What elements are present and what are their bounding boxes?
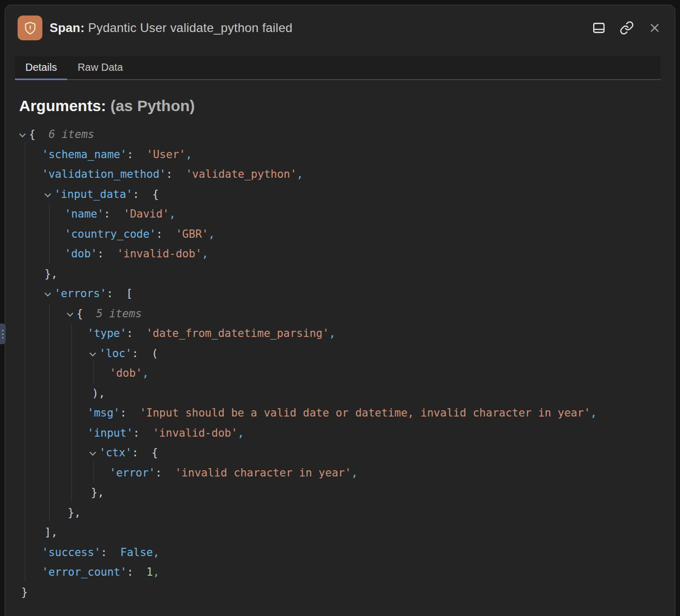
code-token: : xyxy=(127,327,133,340)
code-token: 'loc' xyxy=(99,347,132,360)
code-token: : xyxy=(133,188,140,201)
code-token: }, xyxy=(91,486,104,499)
code-token: }, xyxy=(44,268,57,280)
code-token: : xyxy=(127,148,133,161)
span-badge xyxy=(18,16,42,40)
chevron-down-icon[interactable] xyxy=(44,290,51,297)
code-token: 'GBR' xyxy=(163,228,209,240)
code-token: [ xyxy=(113,287,133,300)
arguments-format-label: (as Python) xyxy=(111,97,195,114)
indent-guide xyxy=(94,361,94,383)
code-line: 'schema_name': 'User', xyxy=(5,145,675,165)
code-token: , xyxy=(208,228,215,240)
code-token: : xyxy=(156,228,163,240)
code-token: 'name' xyxy=(65,208,104,220)
code-token: }, xyxy=(68,506,81,519)
code-token: 'country_code' xyxy=(65,228,156,240)
code-line: }, xyxy=(5,264,675,284)
link-icon[interactable] xyxy=(619,20,635,36)
panel-header: Span: Pydantic User validate_python fail… xyxy=(18,13,662,43)
code-token: 'error_count' xyxy=(42,566,127,578)
span-detail-panel: Span: Pydantic User validate_python fail… xyxy=(5,5,675,616)
code-token: 'errors' xyxy=(54,287,106,300)
code-line: }, xyxy=(5,483,675,503)
code-token: { xyxy=(138,446,158,459)
code-token: 1 xyxy=(133,566,153,578)
code-line: 'country_code': 'GBR', xyxy=(5,224,675,244)
chevron-down-icon[interactable] xyxy=(67,310,73,317)
code-token: : xyxy=(156,467,162,479)
code-token: , xyxy=(153,566,160,578)
code-token: 'validate_python' xyxy=(173,168,297,180)
code-token: 'schema_name' xyxy=(42,148,127,161)
code-token: : xyxy=(104,208,111,220)
code-line: 'errors': [ xyxy=(5,284,675,304)
code-line: 'success': False, xyxy=(5,543,675,563)
code-line: 'ctx': { xyxy=(5,443,675,463)
panel-bottom-icon[interactable] xyxy=(591,20,607,36)
code-token: , xyxy=(169,208,176,220)
tab-bar: DetailsRaw Data xyxy=(15,56,661,80)
code-token: } xyxy=(21,586,28,598)
code-token: 'error' xyxy=(110,467,156,479)
tab-raw-data[interactable]: Raw Data xyxy=(67,56,133,80)
code-token: : xyxy=(120,407,127,419)
panel-title-text: Pydantic User validate_python failed xyxy=(88,21,292,35)
code-token: 'Input should be a valid date or datetim… xyxy=(127,407,591,419)
code-token: , xyxy=(202,248,209,260)
code-token: 'dob' xyxy=(65,248,97,260)
code-line: } xyxy=(5,582,675,603)
code-token: ), xyxy=(92,387,105,399)
code-token: False xyxy=(107,546,153,559)
code-token: { xyxy=(139,188,159,201)
code-line: 'type': 'date_from_datetime_parsing', xyxy=(5,324,675,344)
tab-details[interactable]: Details xyxy=(15,56,67,80)
panel-title-kind: Span: xyxy=(50,21,85,35)
code-token: , xyxy=(142,367,149,379)
code-line: ), xyxy=(5,383,675,404)
chevron-down-icon[interactable] xyxy=(89,449,96,456)
code-line: 'error_count': 1, xyxy=(5,562,675,582)
chevron-down-icon[interactable] xyxy=(89,350,96,357)
code-line: 'dob', xyxy=(5,363,675,383)
code-token: 6 items xyxy=(36,128,95,141)
code-token: 'type' xyxy=(87,327,127,340)
indent-guide xyxy=(25,142,25,581)
code-token: ], xyxy=(44,526,57,538)
header-actions xyxy=(591,20,662,36)
chevron-down-icon[interactable] xyxy=(19,131,26,137)
code-token: : xyxy=(127,566,133,578)
code-token: 'date_from_datetime_parsing' xyxy=(133,327,329,340)
code-line: 'msg': 'Input should be a valid date or … xyxy=(5,403,675,423)
indent-guide xyxy=(71,324,72,502)
code-token: , xyxy=(186,148,192,161)
indent-guide xyxy=(49,304,50,521)
code-token: , xyxy=(238,427,244,439)
code-token: 'msg' xyxy=(87,407,120,419)
code-line: 'validation_method': 'validate_python', xyxy=(5,164,675,184)
code-line: { 5 items xyxy=(5,304,675,324)
indent-guide xyxy=(49,203,50,263)
chevron-down-icon[interactable] xyxy=(44,191,51,197)
code-token: 'ctx' xyxy=(99,446,132,459)
code-token: 'success' xyxy=(42,546,101,559)
code-token: 'invalid character in year' xyxy=(162,467,351,479)
code-token: : xyxy=(132,347,138,360)
code-token: ( xyxy=(138,347,158,360)
panel-resize-handle[interactable] xyxy=(0,324,6,344)
code-line: 'loc': ( xyxy=(5,344,675,364)
code-token: 'David' xyxy=(111,208,169,220)
code-token: : xyxy=(132,446,138,459)
code-token: 'User' xyxy=(133,148,186,161)
code-token: 'dob' xyxy=(110,367,142,379)
code-line: 'dob': 'invalid-dob', xyxy=(5,244,675,264)
shield-alert-icon xyxy=(23,21,37,35)
code-token: : xyxy=(166,168,173,180)
code-token: , xyxy=(329,327,336,340)
code-line: 'input': 'invalid-dob', xyxy=(5,423,675,443)
code-token: , xyxy=(591,407,597,419)
indent-guide xyxy=(94,461,94,483)
code-token: 5 items xyxy=(83,307,142,320)
code-token: : xyxy=(106,287,113,300)
close-icon[interactable] xyxy=(647,20,662,36)
